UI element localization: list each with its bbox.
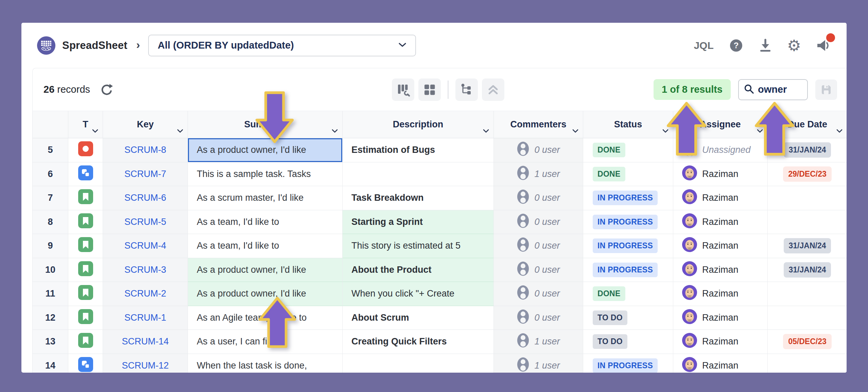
row-number-cell[interactable]: 6 (33, 162, 68, 186)
assignee-cell[interactable]: Unassigned (673, 138, 768, 162)
summary-cell[interactable]: As a scrum master, I'd like (188, 186, 343, 210)
column-header-assignee[interactable]: Assignee (673, 111, 768, 138)
description-cell[interactable]: Estimation of Bugs (343, 138, 494, 162)
summary-cell[interactable]: As a product owner, I'd like (188, 138, 343, 162)
row-number-cell[interactable]: 12 (33, 306, 68, 330)
commenters-cell[interactable]: 0 user (494, 258, 583, 282)
chevron-down-icon[interactable] (836, 128, 843, 135)
issue-key-cell[interactable]: SCRUM-7 (103, 162, 188, 186)
column-header-summary[interactable]: Summary (188, 111, 343, 138)
download-icon[interactable] (759, 38, 772, 53)
status-cell[interactable]: TO DO (583, 330, 673, 354)
status-cell[interactable]: DONE (583, 162, 673, 186)
assignee-cell[interactable]: Raziman (673, 354, 768, 373)
column-header-key[interactable]: Key (103, 111, 188, 138)
summary-cell[interactable]: As a team, I'd like to (188, 210, 343, 234)
saved-filter-dropdown[interactable]: All (ORDER BY updatedDate) (148, 35, 416, 56)
column-header-t[interactable]: T (68, 111, 103, 138)
save-filter-button[interactable] (815, 79, 837, 100)
issue-key-cell[interactable]: SCRUM-8 (103, 138, 188, 162)
due-date-cell[interactable]: 31/JAN/24 (768, 258, 847, 282)
card-view-button[interactable] (418, 78, 441, 101)
description-cell[interactable]: When you click "+ Create (343, 282, 494, 306)
description-cell[interactable]: Task Breakdown (343, 186, 494, 210)
column-header-status[interactable]: Status (583, 111, 673, 138)
issue-type-cell[interactable] (68, 282, 103, 306)
summary-cell[interactable]: As a team, I'd like to (188, 234, 343, 258)
description-cell[interactable]: About Scrum (343, 306, 494, 330)
commenters-cell[interactable]: 0 user (494, 186, 583, 210)
issue-type-cell[interactable] (68, 162, 103, 186)
issue-key-link[interactable]: SCRUM-3 (124, 265, 166, 275)
due-date-cell[interactable] (768, 306, 847, 330)
summary-cell[interactable]: As an Agile team, I'd like to (188, 306, 343, 330)
status-cell[interactable]: DONE (583, 282, 673, 306)
due-date-cell[interactable]: 05/DEC/23 (768, 330, 847, 354)
row-number-cell[interactable]: 11 (33, 282, 68, 306)
summary-cell[interactable]: As a user, I can find (188, 330, 343, 354)
due-date-cell[interactable] (768, 282, 847, 306)
row-number-cell[interactable]: 8 (33, 210, 68, 234)
commenters-cell[interactable]: 0 user (494, 210, 583, 234)
summary-cell[interactable]: This is a sample task. Tasks (188, 162, 343, 186)
due-date-cell[interactable] (768, 186, 847, 210)
description-cell[interactable]: Starting a Sprint (343, 210, 494, 234)
issue-key-cell[interactable]: SCRUM-5 (103, 210, 188, 234)
description-cell[interactable] (343, 354, 494, 373)
issue-key-cell[interactable]: SCRUM-3 (103, 258, 188, 282)
commenters-cell[interactable]: 1 user (494, 162, 583, 186)
issue-key-cell[interactable]: SCRUM-4 (103, 234, 188, 258)
issue-key-link[interactable]: SCRUM-14 (122, 336, 169, 347)
refresh-icon[interactable] (100, 83, 113, 96)
issue-type-cell[interactable] (68, 258, 103, 282)
chevron-down-icon[interactable] (483, 128, 489, 135)
column-header-due-date[interactable]: Due Date (768, 111, 847, 138)
search-input[interactable] (758, 84, 799, 95)
summary-cell[interactable]: When the last task is done, (188, 354, 343, 373)
due-date-cell[interactable]: 31/JAN/24 (768, 234, 847, 258)
issue-key-cell[interactable]: SCRUM-2 (103, 282, 188, 306)
jql-button[interactable]: JQL (694, 40, 713, 51)
description-cell[interactable]: Creating Quick Filters (343, 330, 494, 354)
issue-type-cell[interactable] (68, 186, 103, 210)
description-cell[interactable]: This story is estimated at 5 (343, 234, 494, 258)
assignee-cell[interactable]: Raziman (673, 306, 768, 330)
issue-type-cell[interactable] (68, 138, 103, 162)
commenters-cell[interactable]: 0 user (494, 306, 583, 330)
chevron-down-icon[interactable] (662, 128, 669, 135)
issue-type-cell[interactable] (68, 306, 103, 330)
assignee-cell[interactable]: Raziman (673, 282, 768, 306)
commenters-cell[interactable]: 0 user (494, 234, 583, 258)
issue-key-link[interactable]: SCRUM-8 (124, 145, 166, 155)
row-number-cell[interactable]: 10 (33, 258, 68, 282)
description-cell[interactable] (343, 162, 494, 186)
issue-key-cell[interactable]: SCRUM-6 (103, 186, 188, 210)
status-cell[interactable]: TO DO (583, 306, 673, 330)
column-header-commenters[interactable]: Commenters (494, 111, 583, 138)
row-number-cell[interactable]: 14 (33, 354, 68, 373)
issue-key-cell[interactable]: SCRUM-1 (103, 306, 188, 330)
due-date-cell[interactable]: 31/JAN/24 (768, 138, 847, 162)
status-cell[interactable]: IN PROGRESS (583, 186, 673, 210)
status-cell[interactable]: IN PROGRESS (583, 258, 673, 282)
chevron-down-icon[interactable] (572, 128, 579, 135)
issue-key-link[interactable]: SCRUM-6 (124, 193, 166, 203)
row-number-cell[interactable]: 7 (33, 186, 68, 210)
issue-key-link[interactable]: SCRUM-1 (124, 313, 166, 323)
due-date-cell[interactable] (768, 354, 847, 373)
help-icon[interactable]: ? (729, 38, 744, 53)
issue-type-cell[interactable] (68, 210, 103, 234)
collapse-all-button[interactable] (482, 78, 504, 101)
issue-type-cell[interactable] (68, 354, 103, 373)
commenters-cell[interactable]: 0 user (494, 282, 583, 306)
assignee-cell[interactable]: Raziman (673, 258, 768, 282)
issue-key-cell[interactable]: SCRUM-14 (103, 330, 188, 354)
commenters-cell[interactable]: 1 user (494, 354, 583, 373)
issue-key-link[interactable]: SCRUM-5 (124, 217, 166, 227)
commenters-cell[interactable]: 0 user (494, 138, 583, 162)
description-cell[interactable]: About the Product (343, 258, 494, 282)
column-settings-button[interactable] (392, 78, 414, 101)
column-header-description[interactable]: Description (343, 111, 494, 138)
summary-cell[interactable]: As a product owner, I'd like (188, 258, 343, 282)
chevron-down-icon[interactable] (177, 128, 184, 135)
